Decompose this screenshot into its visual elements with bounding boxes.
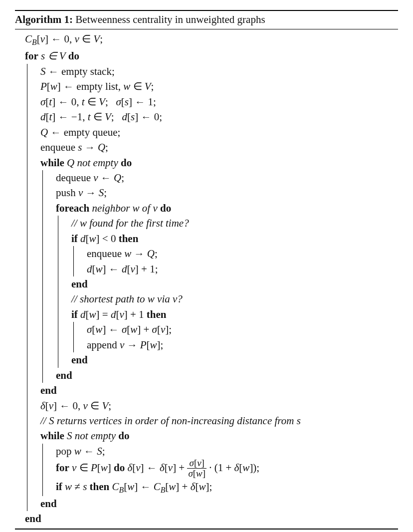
end-while-Q: end (40, 383, 398, 398)
end-while-S: end (40, 496, 398, 511)
algorithm-box: Algorithm 1: Betweenness centrality in u… (15, 10, 398, 530)
stmt-P-list: P[w] ← empty list, w ∈ V; (40, 79, 398, 94)
if-dw-neg: if d[w] < 0 then (71, 231, 398, 246)
stmt-push: push v → S; (56, 185, 398, 200)
stmt-enqueue-w: enqueue w → Q; (87, 246, 398, 261)
for-block: S ← empty stack; P[w] ← empty list, w ∈ … (27, 64, 398, 512)
stmt-dequeue: dequeue v ← Q; (56, 170, 398, 185)
for-s-in-v: for s ∈ V do (25, 48, 398, 63)
stmt-Q-queue: Q ← empty queue; (40, 125, 398, 140)
foreach-neighbor: foreach neighbor w of v do (56, 201, 398, 216)
stmt-sigma-init: σ[t] ← 0, t ∈ V; σ[s] ← 1; (40, 94, 398, 109)
stmt-sigma-update: σ[w] ← σ[w] + σ[v]; (87, 322, 398, 337)
if-w-ne-s: if w ≠ s then CB[w] ← CB[w] + δ[w]; (56, 479, 398, 496)
algorithm-title-row: Algorithm 1: Betweenness centrality in u… (15, 11, 398, 29)
while-S: while S not empty do (40, 428, 398, 443)
end-foreach: end (56, 368, 398, 383)
stmt-pop-w: pop w ← S; (56, 444, 398, 459)
foreach-block: // w found for the first time? if d[w] <… (58, 216, 398, 367)
for-v-in-Pw: for v ∈ P[w] do δ[v] ← δ[v] + σ[v]σ[w] ·… (56, 459, 398, 479)
stmt-append-v: append v → P[w]; (87, 337, 398, 352)
if-dw-eq-block: σ[w] ← σ[w] + σ[v]; append v → P[w]; (73, 322, 398, 352)
fraction: σ[v]σ[w] (187, 458, 206, 479)
comment-shortest: // shortest path to w via v? (71, 291, 398, 306)
stmt-S-stack: S ← empty stack; (40, 64, 398, 79)
algorithm-title: Betweenness centrality in unweighted gra… (75, 13, 265, 25)
stmt-delta-init: δ[v] ← 0, v ∈ V; (40, 398, 398, 413)
while-S-block: pop w ← S; for v ∈ P[w] do δ[v] ← δ[v] +… (42, 444, 398, 496)
stmt-enqueue-s: enqueue s → Q; (40, 140, 398, 155)
stmt-init-cb: CB[v] ← 0, v ∈ V; (25, 31, 398, 48)
while-Q-block: dequeue v ← Q; push v → S; foreach neigh… (42, 170, 398, 383)
algorithm-label: Algorithm 1: (15, 13, 73, 25)
end-if2: end (71, 352, 398, 367)
algorithm-body: CB[v] ← 0, v ∈ V; for s ∈ V do S ← empty… (15, 29, 398, 528)
comment-S-order: // S returns vertices in order of non-in… (40, 413, 398, 428)
comment-first-time: // w found for the first time? (71, 216, 398, 231)
if-dw-eq: if d[w] = d[v] + 1 then (71, 307, 398, 322)
while-Q: while Q not empty do (40, 155, 398, 170)
end-for: end (25, 511, 398, 526)
stmt-d-init: d[t] ← −1, t ∈ V; d[s] ← 0; (40, 109, 398, 124)
stmt-dw-update: d[w] ← d[v] + 1; (87, 262, 398, 276)
if-dw-neg-block: enqueue w → Q; d[w] ← d[v] + 1; (73, 246, 398, 276)
end-if1: end (71, 276, 398, 291)
